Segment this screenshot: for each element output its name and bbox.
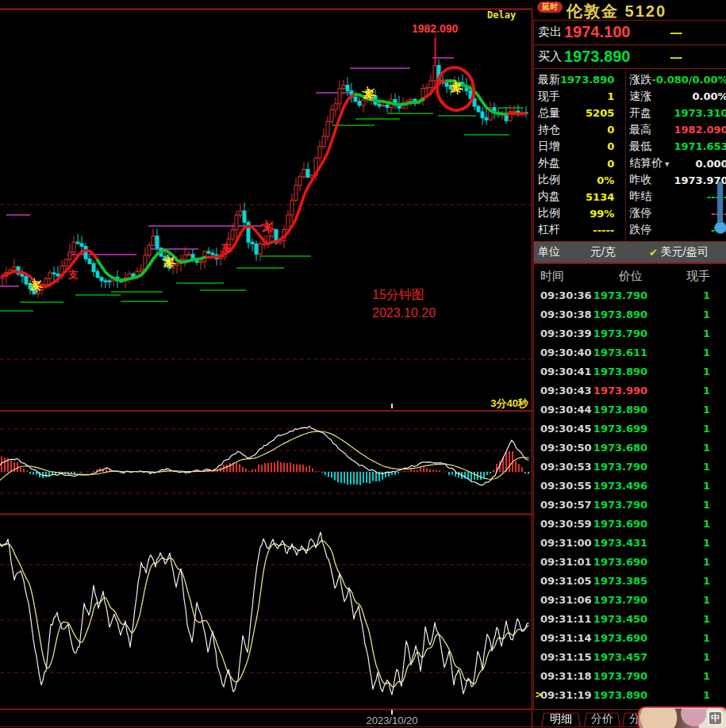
trade-price: 1973.690 (590, 632, 651, 644)
stat-row: 最新1973.890 (538, 73, 614, 87)
bid-price: 1973.890 (564, 48, 630, 66)
stat-label: 涨跌 (629, 73, 651, 87)
stat-row: 昨结----- (629, 190, 726, 204)
stat-label: 涨停 (629, 206, 651, 220)
osc-k-line (0, 532, 528, 695)
candle-down (88, 259, 91, 264)
trade-time: 09:30:40 (540, 347, 592, 358)
candle-up (322, 136, 325, 147)
tape-row: 09:31:001973.4311 (534, 534, 726, 553)
high-price-annotation: 1982.090 (412, 22, 458, 35)
time-sales-panel[interactable]: 时间 价位 现手 09:30:361973.790109:30:381973.8… (533, 263, 726, 710)
stat-row: 内盘5134 (538, 190, 614, 204)
instrument-title: 伦敦金 5120 (567, 1, 666, 22)
unit-option-yuan-gram[interactable]: 元/克 (590, 245, 616, 259)
bid-quote-row[interactable]: 买入 1973.890 ---- (533, 44, 726, 69)
ime-indicator-icon[interactable]: 中 (708, 711, 723, 726)
trade-volume: 1 (703, 328, 710, 339)
stat-label: 持仓 (538, 123, 560, 137)
stat-value: 0 (607, 158, 614, 170)
delay-badge: 延时 (537, 2, 563, 13)
unit-option-usd-ounce[interactable]: 美元/盎司 (661, 245, 709, 259)
candle-down (96, 271, 99, 278)
stat-label: 开盘 (629, 106, 651, 121)
trade-price: 1973.680 (590, 442, 651, 454)
candle-up (68, 252, 71, 259)
trade-volume: 1 (703, 670, 710, 682)
chart-canvas: 买支卖支支卖卖 (0, 0, 533, 728)
signal-marker-卖: 卖 (362, 86, 375, 101)
candle-up (433, 66, 436, 81)
panel-scrollbar[interactable] (715, 182, 726, 242)
trade-price: 1973.699 (590, 423, 651, 435)
stat-row: 最高1982.090 (629, 123, 726, 137)
stat-value: 1982.090 (674, 124, 726, 136)
trade-time: 09:30:45 (540, 423, 592, 435)
candle-down (207, 251, 210, 253)
candle-up (44, 278, 48, 284)
svg-text:支: 支 (262, 221, 274, 233)
candle-up (382, 105, 385, 105)
time-sales-rows: 09:30:361973.790109:30:381973.890109:30:… (534, 286, 726, 705)
trade-price: 1973.890 (590, 404, 651, 416)
stat-value: 1973.310 (674, 107, 726, 119)
candle-up (187, 255, 190, 255)
stat-label: 比例 (538, 206, 560, 220)
col-price: 价位 (607, 269, 655, 284)
floating-thumbnail-overlay[interactable]: 中 (638, 707, 726, 728)
candle-down (104, 281, 107, 282)
trade-time: 09:31:18 (540, 670, 592, 682)
stat-value: 0.000 (696, 158, 726, 170)
trade-volume: 1 (703, 651, 710, 663)
trade-volume: 1 (703, 366, 710, 377)
stat-row: 持仓0 (538, 123, 614, 137)
stat-row: 总量5205 (538, 106, 614, 121)
trade-price: 1973.790 (590, 499, 651, 511)
tab-by-price[interactable]: 分价 (584, 711, 620, 727)
candle-up (64, 259, 67, 266)
trade-volume: 1 (703, 556, 710, 568)
candle-up (290, 200, 294, 214)
candle-up (148, 245, 151, 255)
trade-price: 1973.611 (590, 347, 651, 358)
tab-detail[interactable]: 明细 (541, 711, 581, 727)
svg-text:卖: 卖 (164, 256, 175, 268)
bid-label: 买入 (538, 49, 562, 64)
ask-quote-row[interactable]: 卖出 1974.100 ---- (533, 20, 726, 45)
candle-up (429, 81, 432, 88)
candle-down (481, 112, 484, 117)
check-icon: ✔ (649, 247, 658, 259)
stats-left-column: 最新1973.890现手1总量5205持仓0日增0外盘0比例0%内盘5134比例… (534, 69, 625, 241)
tape-row: 09:31:141973.6901 (534, 629, 726, 648)
candle-up (286, 215, 290, 229)
tape-row: 09:31:011973.6901 (534, 553, 726, 572)
trade-volume: 1 (703, 423, 710, 435)
stat-label: 最低 (629, 140, 651, 154)
signal-marker-支: 支 (67, 269, 79, 281)
candle-down (243, 211, 246, 222)
oscillator-panel (0, 532, 532, 695)
candle-up (72, 242, 75, 252)
trade-volume: 1 (703, 404, 710, 416)
trade-volume: 1 (703, 518, 710, 530)
stat-label: 速涨 (629, 90, 651, 104)
scrollbar-knob[interactable] (714, 221, 726, 234)
signal-marker-卖: 卖 (449, 80, 463, 94)
stat-label: 昨收 (629, 173, 651, 187)
macd-panel (0, 426, 532, 493)
trade-time: 09:31:00 (540, 537, 592, 549)
candle-up (302, 169, 305, 176)
support-resistance-lines (0, 58, 524, 311)
trade-price: 1973.385 (590, 575, 651, 587)
candle-up (330, 109, 333, 121)
stat-label: 现手 (538, 90, 560, 104)
chevron-down-icon[interactable]: ▼ (663, 160, 670, 168)
candle-up (425, 88, 428, 89)
trade-volume: 1 (703, 613, 710, 625)
trade-price: 1973.790 (590, 328, 651, 339)
svg-text:支: 支 (67, 269, 79, 281)
candle-down (251, 242, 254, 243)
trade-price: 1973.690 (590, 556, 651, 568)
trade-price: 1973.457 (590, 651, 651, 663)
unit-selector-row: 单位 元/克 ✔ 美元/盎司 (533, 241, 726, 263)
